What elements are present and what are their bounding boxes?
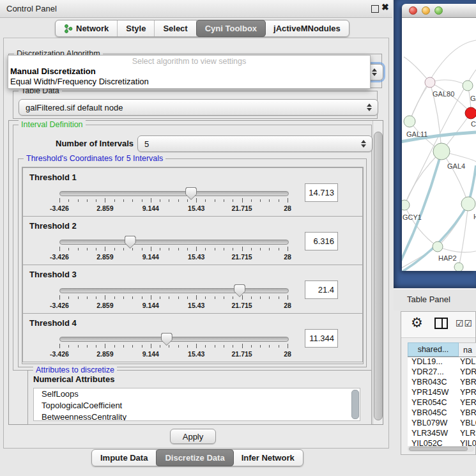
tab-cyni-toolbox[interactable]: Cyni Toolbox <box>196 20 266 37</box>
close-traffic-light-icon[interactable] <box>409 6 417 15</box>
table-data-group: Table Data galFiltered.sif default node <box>13 91 378 119</box>
table-row[interactable]: YER054CYER0 <box>408 397 476 408</box>
slider-tick-labels: -3.4262.8599.14415.4321.71528 <box>59 302 288 310</box>
table-panel-toolbar: ⚙ ☑☑ <box>401 312 475 338</box>
network-node[interactable] <box>461 197 475 211</box>
slider-tick-labels: -3.4262.8599.14415.4321.71528 <box>59 253 288 261</box>
tab-discretize-data[interactable]: Discretize Data <box>156 449 233 466</box>
threshold-4-label: Threshold 4 <box>29 318 77 328</box>
threshold-4-slider: -3.4262.8599.14415.4321.71528 <box>59 333 288 360</box>
network-node[interactable] <box>465 107 476 119</box>
list-item[interactable]: TopologicalCoefficient <box>34 400 360 411</box>
list-item[interactable]: BetweennessCentrality <box>34 411 360 421</box>
slider-track[interactable] <box>59 288 289 293</box>
tab-infer-network-label: Infer Network <box>242 453 295 463</box>
network-node[interactable] <box>404 116 415 127</box>
list-item[interactable]: SelfLoops <box>34 388 360 400</box>
column-header-name[interactable]: na <box>459 342 476 357</box>
gear-icon[interactable]: ⚙ <box>411 315 423 330</box>
network-canvas[interactable]: GAL80GACGAL11GAL4GCY1HHAP2 <box>402 18 476 271</box>
network-graph: GAL80GACGAL11GAL4GCY1HHAP2 <box>402 18 476 271</box>
combo-spinner-icon <box>372 68 377 76</box>
table-row[interactable]: YDR27...YDR2 <box>408 367 476 377</box>
tab-impute-data-label: Impute Data <box>100 453 148 463</box>
table-row[interactable]: YBR043CYBR0 <box>408 377 476 387</box>
tab-jactivemnodules-label: jActiveMNodules <box>273 24 341 33</box>
close-icon[interactable]: ✖ <box>381 2 389 12</box>
tab-style-label: Style <box>126 24 146 33</box>
tab-jactivemnodules[interactable]: jActiveMNodules <box>265 20 349 36</box>
apply-button[interactable]: Apply <box>170 429 216 444</box>
attributes-group: Attributes to discretize Numerical Attri… <box>27 370 372 425</box>
table-row[interactable]: YLR345WYLR3 <box>408 428 476 438</box>
zoom-traffic-light-icon[interactable] <box>434 6 443 15</box>
node-label: GAL80 <box>433 90 454 98</box>
tab-impute-data[interactable]: Impute Data <box>92 450 157 466</box>
column-header-shared[interactable]: shared... <box>408 342 459 357</box>
tab-infer-network[interactable]: Infer Network <box>233 450 303 466</box>
option-manual-discretization[interactable]: Manual Discretization <box>10 66 96 76</box>
attributes-list-scrollbar[interactable] <box>351 390 358 419</box>
node-label: GCY1 <box>403 213 422 221</box>
option-equal-width-frequency[interactable]: Equal Width/Frequency Discretization <box>10 77 149 86</box>
network-node[interactable] <box>454 263 463 271</box>
control-panel-title: Control Panel <box>6 4 57 13</box>
network-node[interactable] <box>425 77 435 88</box>
table-panel-titlebar: Table Panel <box>394 289 476 311</box>
threshold-2-value[interactable]: 6.316 <box>305 232 338 250</box>
checkbox-icons[interactable]: ☑☑ <box>456 318 473 328</box>
minimize-traffic-light-icon[interactable] <box>422 6 430 15</box>
network-node[interactable] <box>433 143 450 160</box>
table-hscrollbar[interactable] <box>408 446 474 452</box>
threshold-1-label: Threshold 1 <box>29 173 77 182</box>
node-label: C <box>471 120 476 128</box>
bottom-tabstrip: Impute Data Discretize Data Infer Networ… <box>91 449 303 466</box>
float-window-icon[interactable] <box>371 5 379 13</box>
split-columns-icon[interactable] <box>434 318 448 329</box>
table-row[interactable]: YDL19...YDL1 <box>408 357 476 367</box>
slider-ticks <box>59 344 288 349</box>
slider-track[interactable] <box>59 337 289 342</box>
number-of-intervals-label: Number of Intervals <box>56 139 134 148</box>
numerical-attributes-list[interactable]: SelfLoopsTopologicalCoefficientBetweenne… <box>33 388 360 421</box>
settings-vscrollbar[interactable] <box>372 121 383 424</box>
table-row[interactable]: YBR045CYBR0 <box>408 408 476 418</box>
tab-cyni-toolbox-label: Cyni Toolbox <box>205 24 257 33</box>
network-node[interactable] <box>463 81 473 91</box>
table-row[interactable]: YPR145WYPR1 <box>408 387 476 397</box>
threshold-4-value[interactable]: 11.344 <box>305 329 338 348</box>
number-of-intervals-combobox[interactable]: 5 <box>137 135 372 152</box>
node-label: GAL4 <box>447 162 465 170</box>
slider-track[interactable] <box>59 240 289 245</box>
network-node[interactable] <box>402 200 410 210</box>
table-data-value: galFiltered.sif default node <box>26 103 123 112</box>
threshold-row-2: Threshold 2 -3.4262.8599.14415.4321.7152… <box>22 216 363 265</box>
tab-style[interactable]: Style <box>118 20 155 36</box>
threshold-row-1: Threshold 1 -3.4262.8599.14415.4321.7152… <box>22 167 363 217</box>
tab-network[interactable]: Network <box>56 20 118 36</box>
table-data-combobox[interactable]: galFiltered.sif default node <box>19 99 378 116</box>
network-node[interactable] <box>433 242 443 252</box>
node-label: H <box>473 213 476 220</box>
tab-network-label: Network <box>76 24 109 33</box>
network-edge <box>430 80 468 86</box>
threshold-3-value[interactable]: 21.4 <box>305 280 338 299</box>
settings-vscrollbar-thumb[interactable] <box>374 132 383 420</box>
attr-items: SelfLoopsTopologicalCoefficientBetweenne… <box>34 388 360 421</box>
numerical-attributes-label: Numerical Attributes <box>33 374 114 384</box>
threshold-1-value[interactable]: 14.713 <box>305 183 338 202</box>
network-edge <box>410 82 430 121</box>
app-root: Control Panel ✖ Network Style Select Cyn… <box>0 0 476 476</box>
table-hscrollbar-thumb[interactable] <box>409 447 468 451</box>
thresholds-group: Threshold's Coordinates for 5 Intervals … <box>18 158 367 367</box>
node-label: GAL11 <box>406 130 427 138</box>
tab-select[interactable]: Select <box>155 20 196 36</box>
algorithm-hint: Select algorithm to view settings <box>8 57 370 66</box>
combo-spinner-icon <box>361 140 366 148</box>
network-window: GAL80GACGAL11GAL4GCY1HHAP2 <box>402 4 476 271</box>
interval-definition-group: Interval Definition Number of Intervals … <box>13 125 372 371</box>
slider-track[interactable] <box>59 191 289 196</box>
table-row[interactable]: YIL052CYIL0 <box>408 438 476 446</box>
table-row[interactable]: YBL079WYBL0 <box>408 418 476 428</box>
network-edge <box>404 57 430 82</box>
